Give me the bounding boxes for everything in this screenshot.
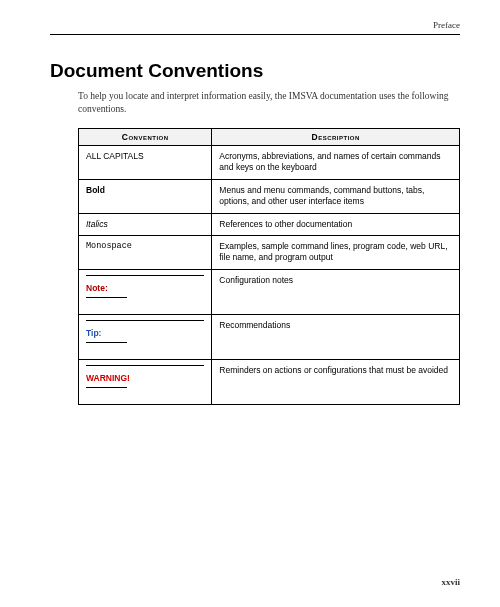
rule-bottom bbox=[86, 387, 127, 389]
rule-top bbox=[86, 275, 204, 277]
page-number: xxvii bbox=[441, 577, 460, 587]
conventions-table: Convention Description ALL CAPITALS Acro… bbox=[78, 128, 460, 405]
table-header-row: Convention Description bbox=[79, 128, 460, 145]
rule-bottom bbox=[86, 342, 127, 344]
cell-description: Configuration notes bbox=[212, 269, 460, 314]
cell-convention-tip: Tip: bbox=[79, 314, 212, 359]
cell-convention: Monospace bbox=[79, 235, 212, 269]
rule-top bbox=[86, 320, 204, 322]
table-row: ALL CAPITALS Acronyms, abbreviations, an… bbox=[79, 145, 460, 179]
cell-convention-warning: WARNING! bbox=[79, 359, 212, 404]
header-description: Description bbox=[212, 128, 460, 145]
tip-label: Tip: bbox=[86, 328, 101, 338]
header-rule bbox=[50, 34, 460, 35]
rule-top bbox=[86, 365, 204, 367]
note-label: Note: bbox=[86, 283, 108, 293]
cell-convention: ALL CAPITALS bbox=[79, 145, 212, 179]
page-title: Document Conventions bbox=[50, 60, 460, 82]
header-section: Preface bbox=[50, 20, 460, 30]
cell-description: Examples, sample command lines, program … bbox=[212, 235, 460, 269]
table-row: Note: Configuration notes bbox=[79, 269, 460, 314]
table-row: Bold Menus and menu commands, command bu… bbox=[79, 179, 460, 213]
page: Preface Document Conventions To help you… bbox=[0, 0, 500, 607]
cell-convention: Bold bbox=[79, 179, 212, 213]
cell-convention-note: Note: bbox=[79, 269, 212, 314]
cell-description: Acronyms, abbreviations, and names of ce… bbox=[212, 145, 460, 179]
cell-description: Reminders on actions or configurations t… bbox=[212, 359, 460, 404]
intro-paragraph: To help you locate and interpret informa… bbox=[78, 90, 460, 116]
rule-bottom bbox=[86, 297, 127, 299]
table-row: Monospace Examples, sample command lines… bbox=[79, 235, 460, 269]
cell-description: Menus and menu commands, command buttons… bbox=[212, 179, 460, 213]
table-row: Italics References to other documentatio… bbox=[79, 213, 460, 235]
cell-convention: Italics bbox=[79, 213, 212, 235]
cell-description: Recommendations bbox=[212, 314, 460, 359]
cell-description: References to other documentation bbox=[212, 213, 460, 235]
table-row: Tip: Recommendations bbox=[79, 314, 460, 359]
warning-label: WARNING! bbox=[86, 373, 130, 383]
table-row: WARNING! Reminders on actions or configu… bbox=[79, 359, 460, 404]
header-convention: Convention bbox=[79, 128, 212, 145]
